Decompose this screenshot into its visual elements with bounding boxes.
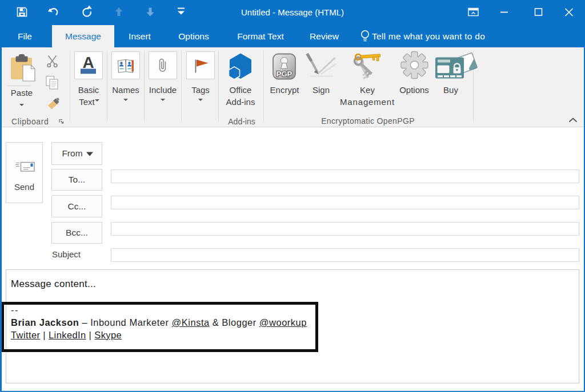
svg-text:A: A (82, 54, 94, 71)
svg-text:PGP: PGP (277, 70, 292, 78)
